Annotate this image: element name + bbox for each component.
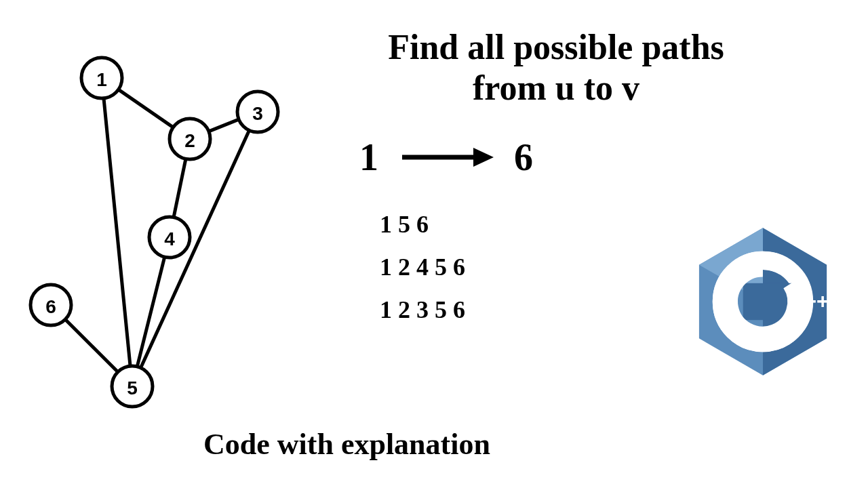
graph-node-label: 6 [45, 296, 56, 317]
footer-caption: Code with explanation [203, 427, 490, 462]
cpp-logo-icon: ++ [692, 224, 834, 380]
arrow-icon [399, 144, 494, 171]
graph-diagram: 123456 [14, 41, 312, 434]
graph-edge [209, 119, 239, 131]
page-title: Find all possible paths from u to v [319, 27, 793, 108]
graph-edge [65, 319, 118, 372]
graph-edge [174, 159, 186, 217]
svg-marker-1 [473, 148, 494, 167]
svg-text:++: ++ [804, 289, 829, 313]
dest-node-label: 6 [514, 136, 533, 179]
source-dest-row: 1 6 [359, 136, 533, 179]
graph-node-label: 1 [96, 69, 107, 90]
graph-node-label: 3 [252, 103, 263, 124]
title-line-1: Find all possible paths [388, 28, 724, 66]
paths-list: 1 5 6 1 2 4 5 6 1 2 3 5 6 [380, 203, 465, 331]
graph-edge [119, 89, 174, 127]
graph-node-label: 2 [184, 130, 195, 151]
graph-svg: 123456 [14, 41, 312, 434]
path-3: 1 2 3 5 6 [380, 289, 465, 331]
path-2: 1 2 4 5 6 [380, 246, 465, 289]
source-node-label: 1 [359, 136, 378, 179]
graph-node-label: 4 [164, 228, 175, 249]
title-line-2: from u to v [473, 68, 639, 107]
path-1: 1 5 6 [380, 203, 465, 246]
graph-edge [104, 98, 130, 366]
graph-edge [137, 257, 164, 367]
graph-node-label: 5 [127, 378, 138, 399]
